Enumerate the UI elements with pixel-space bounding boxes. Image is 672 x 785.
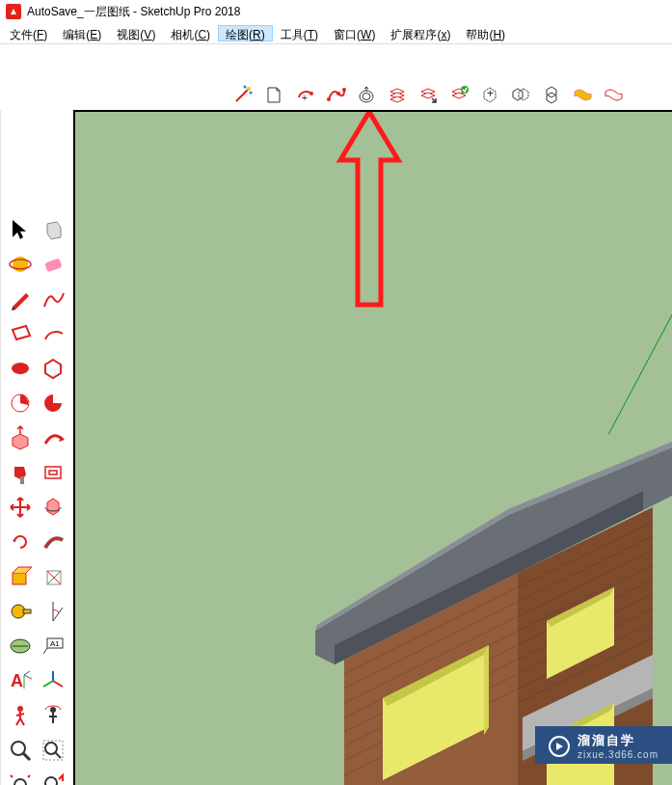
3dtext-icon[interactable]: A	[5, 665, 36, 696]
watermark-brand: 溜溜自学	[578, 732, 659, 749]
annotation-arrow	[331, 110, 408, 334]
svg-line-38	[43, 681, 53, 687]
window-title: AutoSave_一层图纸 - SketchUp Pro 2018	[27, 4, 240, 20]
svg-text:A: A	[11, 671, 23, 690]
menu-x[interactable]: 扩展程序(x)	[383, 25, 458, 41]
onion-icon[interactable]	[354, 82, 379, 107]
page-icon[interactable]	[261, 82, 286, 107]
svg-rect-24	[23, 609, 31, 613]
select-arrow-icon[interactable]	[5, 214, 36, 245]
move-icon[interactable]	[5, 492, 36, 523]
pie-icon[interactable]	[5, 388, 36, 419]
app-icon	[6, 4, 21, 19]
eraser-icon[interactable]	[38, 249, 68, 280]
svg-point-16	[12, 363, 29, 374]
paint-icon[interactable]	[5, 457, 36, 488]
menu-v[interactable]: 视图(V)	[109, 25, 163, 41]
svg-point-9	[360, 91, 373, 102]
tape-icon[interactable]	[5, 596, 36, 627]
menu-f[interactable]: 文件(F)	[2, 25, 55, 41]
watermark-url: zixue.3d66.com	[578, 749, 659, 760]
3d-viewport[interactable]: 溜溜自学 zixue.3d66.com	[73, 110, 672, 785]
svg-point-1	[247, 87, 251, 91]
pencil-icon[interactable]	[5, 284, 36, 314]
zoom-icon[interactable]	[5, 735, 36, 766]
menu-c[interactable]: 相机(C)	[163, 25, 218, 41]
top-toolbar: + +	[227, 79, 672, 110]
follow-icon[interactable]	[38, 422, 68, 453]
rotate-icon[interactable]	[5, 527, 36, 557]
svg-rect-15	[44, 258, 62, 273]
menu-h[interactable]: 帮助(H)	[458, 25, 513, 41]
walk-icon[interactable]	[5, 700, 36, 731]
previous-icon[interactable]	[38, 770, 68, 785]
menu-e[interactable]: 编辑(E)	[55, 25, 109, 41]
zoom-extents-icon[interactable]	[5, 770, 36, 785]
axes-icon[interactable]	[38, 561, 68, 592]
arc-redo-icon[interactable]: +	[292, 82, 317, 107]
protractor-icon[interactable]	[38, 596, 68, 627]
stack-check-icon[interactable]	[446, 82, 471, 107]
svg-line-0	[236, 90, 248, 101]
svg-text:A1: A1	[50, 639, 60, 648]
dimension-icon[interactable]	[5, 631, 36, 662]
polygon-icon[interactable]	[38, 353, 68, 384]
section-icon[interactable]	[5, 561, 36, 592]
svg-point-3	[244, 86, 247, 89]
svg-line-42	[23, 753, 30, 760]
svg-point-46	[14, 779, 26, 785]
hex-plus-icon[interactable]: +	[477, 82, 502, 107]
svg-line-31	[43, 648, 47, 654]
svg-line-37	[53, 681, 63, 687]
svg-point-40	[50, 707, 56, 713]
stack-arrow-icon[interactable]	[416, 82, 441, 107]
ribbon-open-icon[interactable]	[601, 82, 626, 107]
svg-text:+: +	[302, 93, 308, 103]
hex-stack-icon[interactable]	[539, 82, 564, 107]
menu-r[interactable]: 绘图(R)	[218, 25, 273, 41]
axes3d-icon[interactable]	[38, 665, 68, 696]
offset-icon[interactable]	[38, 457, 68, 488]
stack-icon[interactable]	[385, 82, 410, 107]
main-area: A1A	[0, 110, 672, 785]
menu-bar: 文件(F)编辑(E)视图(V)相机(C)绘图(R)工具(T)窗口(W)扩展程序(…	[0, 23, 672, 44]
text-label-icon[interactable]: A1	[38, 631, 68, 662]
rotate3d-icon[interactable]	[38, 492, 68, 523]
watermark-badge: 溜溜自学 zixue.3d66.com	[535, 726, 672, 764]
bezier-icon[interactable]	[323, 82, 348, 107]
left-toolbar: A1A	[0, 110, 73, 785]
svg-rect-19	[13, 573, 26, 584]
svg-point-2	[250, 92, 253, 95]
title-bar: AutoSave_一层图纸 - SketchUp Pro 2018	[0, 0, 672, 23]
svg-text:+: +	[487, 87, 494, 100]
circle-icon[interactable]	[5, 353, 36, 384]
svg-point-41	[12, 742, 25, 755]
svg-marker-73	[484, 645, 489, 735]
blank-toolbar-area	[0, 44, 672, 79]
lookaround-icon[interactable]	[38, 700, 68, 731]
svg-line-44	[55, 752, 61, 758]
pie2-icon[interactable]	[38, 388, 68, 419]
arc-icon[interactable]	[38, 318, 68, 349]
building-model	[277, 370, 672, 785]
menu-w[interactable]: 窗口(W)	[326, 25, 383, 41]
hex-pair-icon[interactable]	[508, 82, 533, 107]
pushpull-icon[interactable]	[5, 422, 36, 453]
svg-point-6	[327, 97, 331, 101]
wand-icon[interactable]	[230, 82, 255, 107]
svg-line-35	[24, 675, 32, 679]
play-icon	[549, 736, 570, 757]
rectangle-icon[interactable]	[5, 318, 36, 349]
svg-point-47	[45, 777, 57, 785]
cube-select-icon[interactable]	[38, 214, 68, 245]
svg-point-39	[17, 706, 23, 712]
zoom-window-icon[interactable]	[38, 735, 68, 766]
svg-line-33	[24, 671, 30, 675]
scale-icon[interactable]	[38, 527, 68, 557]
svg-point-7	[336, 92, 340, 95]
freehand-icon[interactable]	[38, 284, 68, 314]
svg-rect-18	[20, 476, 24, 484]
ribbon-icon[interactable]	[570, 82, 595, 107]
orbit-icon[interactable]	[5, 249, 36, 280]
menu-t[interactable]: 工具(T)	[273, 25, 326, 41]
